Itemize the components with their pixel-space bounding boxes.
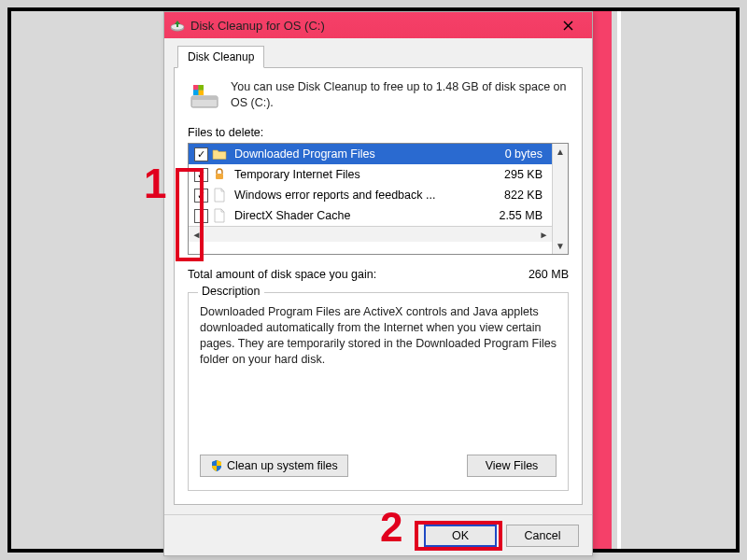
cancel-button[interactable]: Cancel [506,525,579,547]
file-row[interactable]: ✓ Windows error reports and feedback ...… [189,185,552,205]
description-heading: Description [198,285,264,298]
intro-text: You can use Disk Cleanup to free up to 1… [231,79,569,111]
intro-row: You can use Disk Cleanup to free up to 1… [188,79,569,113]
checkbox[interactable]: ✓ [194,168,208,182]
tab-page: You can use Disk Cleanup to free up to 1… [174,67,583,505]
description-group: Description Downloaded Program Files are… [188,292,569,491]
svg-rect-9 [193,91,199,96]
scroll-up-icon[interactable]: ▲ [553,144,568,160]
shield-icon [210,459,223,472]
file-size: 295 KB [475,168,552,181]
scroll-right-icon[interactable]: ► [536,227,552,243]
checkbox[interactable]: ✓ [194,147,208,161]
disk-cleanup-dialog: Disk Cleanup for OS (C:) Disk Cleanup [163,11,593,556]
lock-icon [212,167,227,182]
file-name: Temporary Internet Files [231,168,472,181]
background-white-strip [617,11,621,549]
files-to-delete-label: Files to delete: [188,126,569,139]
window-title: Disk Cleanup for OS (C:) [190,19,549,33]
file-size: 0 bytes [475,147,552,161]
file-icon [212,208,227,223]
tab-label: Disk Cleanup [188,50,254,63]
file-size: 822 KB [475,189,552,202]
svg-rect-5 [191,96,218,100]
file-name: Downloaded Program Files [231,147,472,161]
cleanup-system-files-label: Clean up system files [227,459,338,472]
file-icon [212,188,227,203]
ok-label: OK [452,529,469,542]
checkbox[interactable]: ✓ [194,189,208,203]
titlebar[interactable]: Disk Cleanup for OS (C:) [164,12,592,38]
scroll-left-icon[interactable]: ◄ [189,227,204,243]
close-button[interactable] [549,13,586,37]
svg-rect-10 [199,91,204,96]
view-files-button[interactable]: View Files [467,455,557,477]
vertical-scrollbar[interactable]: ▲ ▼ [552,144,568,254]
background-pink-strip [593,11,612,549]
scroll-track[interactable] [553,160,568,238]
folder-icon [212,147,227,161]
file-name: DirectX Shader Cache [231,209,472,222]
horizontal-scrollbar[interactable]: ◄ ► [189,226,552,242]
cancel-label: Cancel [525,529,561,542]
checkbox[interactable] [194,209,208,223]
tab-strip: Disk Cleanup [174,46,583,68]
view-files-label: View Files [486,459,539,472]
cleanup-system-files-button[interactable]: Clean up system files [200,455,348,477]
dialog-footer: OK Cancel [164,514,592,555]
file-row[interactable]: ✓ Downloaded Program Files 0 bytes [189,144,552,164]
description-text: Downloaded Program Files are ActiveX con… [200,304,557,441]
disk-cleanup-icon [170,18,185,33]
file-name: Windows error reports and feedback ... [231,189,472,202]
svg-rect-8 [199,85,204,91]
tab-disk-cleanup[interactable]: Disk Cleanup [177,46,264,68]
total-row: Total amount of disk space you gain: 260… [188,268,569,281]
drive-icon [188,79,221,113]
file-size: 2.55 MB [475,209,552,222]
svg-rect-11 [216,174,223,179]
file-row[interactable]: ✓ Temporary Internet Files 295 KB [189,164,552,185]
total-value: 260 MB [503,268,569,281]
scroll-down-icon[interactable]: ▼ [553,238,568,254]
files-list: ✓ Downloaded Program Files 0 bytes ✓ [188,143,569,255]
ok-button[interactable]: OK [424,525,497,547]
svg-rect-7 [193,85,199,91]
total-label: Total amount of disk space you gain: [188,268,503,281]
file-row[interactable]: DirectX Shader Cache 2.55 MB [189,205,552,226]
